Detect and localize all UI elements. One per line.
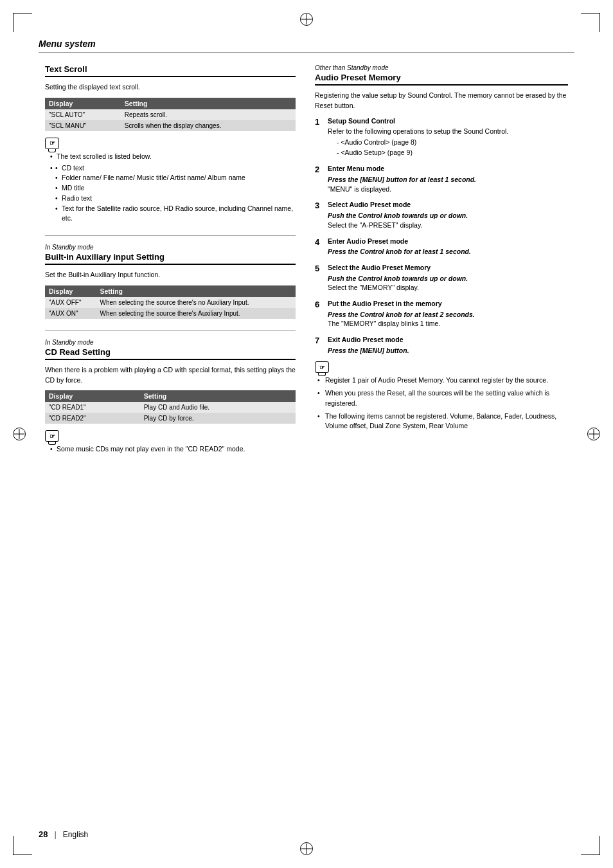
cd-read-label: In Standby mode xyxy=(45,339,296,346)
step-title: Exit Audio Preset mode xyxy=(328,335,409,345)
table-cell: Play CD and Audio file. xyxy=(140,402,296,413)
table-cell: "AUX ON" xyxy=(45,308,96,319)
aux-label: In Standby mode xyxy=(45,244,296,251)
table-cell: Repeats scroll. xyxy=(121,109,296,120)
aux-section: In Standby mode Built-in Auxiliary input… xyxy=(45,244,296,319)
table-cell: "SCL AUTO" xyxy=(45,109,121,120)
step-item: 6Put the Audio Preset in the memoryPress… xyxy=(315,299,568,329)
page-header: Menu system xyxy=(39,39,574,53)
text-scroll-note-list: The text scrolled is listed below. CD te… xyxy=(45,152,296,224)
step-instruction: Press the [MENU] button for at least 1 s… xyxy=(328,175,476,185)
step-item: 1Setup Sound ControlRefer to the followi… xyxy=(315,116,568,158)
step-detail: Select the "MEMORY" display. xyxy=(328,283,468,293)
step-detail: The "MEMORY" display blinks 1 time. xyxy=(328,319,475,329)
step-instruction: Push the Control knob towards up or down… xyxy=(328,211,468,221)
step-content: Put the Audio Preset in the memoryPress … xyxy=(328,299,475,329)
aux-table: Display Setting "AUX OFF"When selecting … xyxy=(45,285,296,319)
divider-2 xyxy=(45,330,296,331)
cd-read-title: CD Read Setting xyxy=(45,347,296,360)
ts-col-display: Display xyxy=(45,98,121,109)
aux-col-setting: Setting xyxy=(96,285,296,297)
right-column: Other than Standby mode Audio Preset Mem… xyxy=(315,64,568,466)
step-number: 7 xyxy=(315,335,324,355)
step-instruction: Push the Control knob towards up or down… xyxy=(328,274,468,284)
audio-preset-desc: Registering the value setup by Sound Con… xyxy=(315,91,568,111)
ts-col-setting: Setting xyxy=(121,98,296,109)
step-item: 7Exit Audio Preset modePress the [MENU] … xyxy=(315,335,568,355)
step-item: 3Select Audio Preset modePush the Contro… xyxy=(315,200,568,230)
table-cell: When selecting the source there's Auxili… xyxy=(96,308,296,319)
cd-col-setting: Setting xyxy=(140,390,296,402)
aux-desc: Set the Built-in Auxiliary Input functio… xyxy=(45,270,296,280)
step-title: Select Audio Preset mode xyxy=(328,200,468,210)
step-number: 1 xyxy=(315,116,324,158)
step-content: Enter Audio Preset modePress the Control… xyxy=(328,237,471,257)
table-cell: "CD READ1" xyxy=(45,402,140,413)
step-title: Put the Audio Preset in the memory xyxy=(328,299,475,309)
step-item: 5Select the Audio Preset MemoryPush the … xyxy=(315,263,568,293)
left-column: Text Scroll Setting the displayed text s… xyxy=(45,64,296,466)
cd-read-desc: When there is a problem with playing a C… xyxy=(45,365,296,386)
cd-read-note-list: Some music CDs may not play even in the … xyxy=(45,444,296,455)
audio-preset-title: Audio Preset Memory xyxy=(315,73,568,86)
cd-col-display: Display xyxy=(45,390,140,402)
step-item: 2Enter Menu modePress the [MENU] button … xyxy=(315,164,568,194)
aux-title: Built-in Auxiliary input Setting xyxy=(45,252,296,265)
step-item: 4Enter Audio Preset modePress the Contro… xyxy=(315,237,568,257)
text-scroll-section: Text Scroll Setting the displayed text s… xyxy=(45,64,296,224)
page-title-text: Menu system xyxy=(39,39,96,49)
audio-preset-notes: ☞ Register 1 pair of Audio Preset Memory… xyxy=(315,361,568,431)
step-number: 2 xyxy=(315,164,324,194)
step-detail: Refer to the following operations to set… xyxy=(328,127,508,136)
step-title: Enter Audio Preset mode xyxy=(328,237,471,246)
step-instruction: Press the [MENU] button. xyxy=(328,346,409,356)
table-cell: "SCL MANU" xyxy=(45,120,121,131)
note-icon-ap: ☞ xyxy=(315,361,329,373)
cd-read-note: ☞ Some music CDs may not play even in th… xyxy=(45,430,296,455)
note-item: Register 1 pair of Audio Preset Memory. … xyxy=(317,375,568,386)
step-number: 5 xyxy=(315,263,324,293)
text-scroll-note: ☞ The text scrolled is listed below. CD … xyxy=(45,138,296,224)
audio-preset-note-list: Register 1 pair of Audio Preset Memory. … xyxy=(315,375,568,431)
step-instruction: Press the Control knob for at least 2 se… xyxy=(328,310,475,320)
table-cell: Play CD by force. xyxy=(140,413,296,424)
step-detail: Select the "A-PRESET" display. xyxy=(328,221,468,230)
step-title: Enter Menu mode xyxy=(328,164,476,174)
text-scroll-title: Text Scroll xyxy=(45,64,296,77)
divider-1 xyxy=(45,235,296,236)
audio-preset-label: Other than Standby mode xyxy=(315,64,568,71)
steps-container: 1Setup Sound ControlRefer to the followi… xyxy=(315,116,568,356)
step-title: Select the Audio Preset Memory xyxy=(328,263,468,273)
note-item: When you press the Reset, all the source… xyxy=(317,388,568,409)
note-icon-ts: ☞ xyxy=(45,138,59,149)
step-content: Select Audio Preset modePush the Control… xyxy=(328,200,468,230)
note-icon-cd: ☞ xyxy=(45,430,59,442)
page-number: 28 xyxy=(39,829,48,839)
audio-preset-section: Other than Standby mode Audio Preset Mem… xyxy=(315,64,568,431)
step-sub-item: <Audio Control> (page 8) xyxy=(337,138,508,148)
table-cell: "AUX OFF" xyxy=(45,297,96,308)
step-content: Select the Audio Preset MemoryPush the C… xyxy=(328,263,468,293)
step-content: Enter Menu modePress the [MENU] button f… xyxy=(328,164,476,194)
text-scroll-desc: Setting the displayed text scroll. xyxy=(45,82,296,93)
step-content: Exit Audio Preset modePress the [MENU] b… xyxy=(328,335,409,355)
step-detail: "MENU" is displayed. xyxy=(328,185,476,194)
step-sub-list: <Audio Control> (page 8)<Audio Setup> (p… xyxy=(328,138,508,158)
step-title: Setup Sound Control xyxy=(328,116,508,126)
note-item: The following items cannot be registered… xyxy=(317,411,568,432)
step-number: 6 xyxy=(315,299,324,329)
page-footer: 28 | English xyxy=(39,829,88,839)
step-number: 4 xyxy=(315,237,324,257)
footer-language: English xyxy=(63,830,88,839)
step-sub-item: <Audio Setup> (page 9) xyxy=(337,148,508,158)
table-cell: Scrolls when the display changes. xyxy=(121,120,296,131)
aux-col-display: Display xyxy=(45,285,96,297)
cd-read-section: In Standby mode CD Read Setting When the… xyxy=(45,339,296,455)
cd-read-table: Display Setting "CD READ1"Play CD and Au… xyxy=(45,390,296,424)
step-content: Setup Sound ControlRefer to the followin… xyxy=(328,116,508,158)
table-cell: "CD READ2" xyxy=(45,413,140,424)
step-number: 3 xyxy=(315,200,324,230)
step-instruction: Press the Control knob for at least 1 se… xyxy=(328,247,471,257)
footer-divider: | xyxy=(54,829,56,839)
table-cell: When selecting the source there's no Aux… xyxy=(96,297,296,308)
